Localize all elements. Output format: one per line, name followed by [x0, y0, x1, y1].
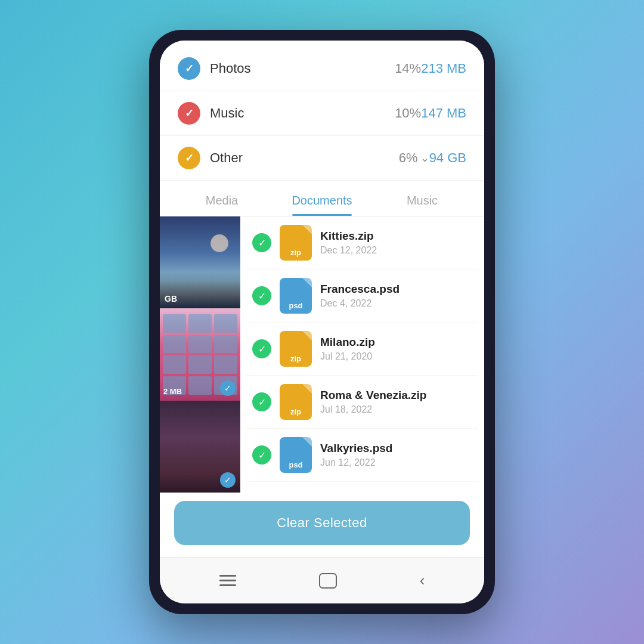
file-item-milano[interactable]: ✓ zip Milano.zip Jul 21, 2020 — [246, 323, 478, 376]
nav-back-button[interactable]: ‹ — [420, 571, 425, 590]
other-chevron-icon: ⌄ — [420, 151, 429, 165]
file-francesca-name: Francesca.psd — [320, 283, 472, 296]
file-kitties-date: Dec 12, 2022 — [320, 245, 472, 256]
file-roma-check: ✓ — [252, 392, 271, 411]
file-valkyries-date: Jun 12, 2022 — [320, 457, 472, 468]
file-valkyries-icon: psd — [280, 437, 312, 473]
photo-dark-check-badge: ✓ — [220, 472, 236, 488]
tab-media[interactable]: Media — [172, 183, 272, 216]
photos-size: 213 MB — [421, 61, 466, 76]
file-item-valkyries[interactable]: ✓ psd Valkyries.psd Jun 12, 2022 — [246, 429, 478, 482]
file-kitties-name: Kitties.zip — [320, 230, 472, 243]
main-content: GB — [160, 216, 484, 493]
clear-selected-button[interactable]: Clear Selected — [174, 501, 470, 545]
music-percent: 10% — [395, 106, 421, 121]
other-check-icon: ✓ — [178, 147, 200, 169]
bottom-nav: ‹ — [160, 557, 484, 603]
category-music[interactable]: ✓ Music 10% 147 MB — [160, 91, 484, 136]
music-check-icon: ✓ — [178, 102, 200, 125]
photo-sidebar: GB — [160, 216, 240, 493]
other-percent: 6% — [399, 150, 418, 166]
file-roma-name: Roma & Venezia.zip — [320, 389, 472, 402]
file-kitties-check: ✓ — [252, 233, 271, 252]
moon-icon — [210, 234, 228, 252]
file-item-kitties[interactable]: ✓ zip Kitties.zip Dec 12, 2022 — [246, 216, 478, 270]
tab-music[interactable]: Music — [372, 183, 472, 216]
screen-content: ✓ Photos 14% 213 MB ✓ Music 10% 147 MB — [160, 41, 484, 603]
clear-button-area: Clear Selected — [160, 493, 484, 557]
photos-label: Photos — [210, 61, 390, 76]
photo-city-size-label: GB — [165, 294, 177, 304]
nav-home-button[interactable] — [319, 573, 337, 589]
category-other[interactable]: ✓ Other 6% ⌄ 94 GB — [160, 136, 484, 181]
category-list: ✓ Photos 14% 213 MB ✓ Music 10% 147 MB — [160, 41, 484, 181]
photo-city[interactable]: GB — [160, 216, 240, 308]
category-photos[interactable]: ✓ Photos 14% 213 MB — [160, 47, 484, 91]
photo-pink-mb-label: 2 MB — [163, 387, 182, 396]
tab-bar: Media Documents Music — [160, 183, 484, 216]
tab-documents[interactable]: Documents — [272, 183, 372, 216]
file-valkyries-name: Valkyries.psd — [320, 442, 472, 455]
file-valkyries-check: ✓ — [252, 445, 271, 465]
photos-check-icon: ✓ — [178, 57, 200, 80]
photos-percent: 14% — [395, 61, 421, 76]
file-roma-icon: zip — [280, 384, 312, 420]
phone-screen: ✓ Photos 14% 213 MB ✓ Music 10% 147 MB — [160, 41, 484, 603]
file-kitties-icon: zip — [280, 225, 312, 261]
file-francesca-date: Dec 4, 2022 — [320, 298, 472, 309]
music-size: 147 MB — [421, 106, 466, 121]
file-milano-name: Milano.zip — [320, 336, 472, 349]
file-francesca-check: ✓ — [252, 286, 271, 305]
file-list: ✓ zip Kitties.zip Dec 12, 2022 ✓ — [240, 216, 484, 493]
photo-pink-check-badge: ✓ — [220, 380, 236, 396]
file-milano-check: ✓ — [252, 339, 271, 358]
home-icon — [319, 573, 337, 589]
file-milano-date: Jul 21, 2020 — [320, 351, 472, 362]
nav-menu-button[interactable] — [219, 575, 236, 586]
back-icon: ‹ — [420, 571, 425, 589]
other-size: 94 GB — [429, 150, 466, 166]
photo-dark[interactable]: ✓ — [160, 401, 240, 493]
file-milano-icon: zip — [280, 331, 312, 367]
file-roma-date: Jul 18, 2022 — [320, 404, 472, 415]
photo-pink-building[interactable]: 2 MB ✓ — [160, 308, 240, 400]
file-item-roma[interactable]: ✓ zip Roma & Venezia.zip Jul 18, 2022 — [246, 376, 478, 429]
file-item-francesca[interactable]: ✓ psd Francesca.psd Dec 4, 2022 — [246, 270, 478, 323]
music-label: Music — [210, 106, 390, 121]
other-label: Other — [210, 150, 394, 166]
file-francesca-icon: psd — [280, 278, 312, 314]
phone-frame: ✓ Photos 14% 213 MB ✓ Music 10% 147 MB — [149, 30, 495, 614]
